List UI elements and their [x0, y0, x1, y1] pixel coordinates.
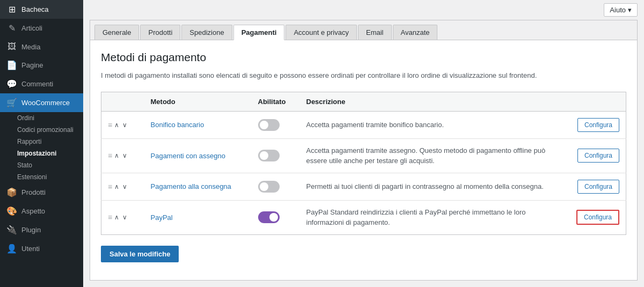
sidebar-item-aspetto[interactable]: 🎨 Aspetto — [0, 202, 83, 220]
tab-prodotti[interactable]: Prodotti — [140, 25, 180, 40]
configura-button-paypal[interactable]: Configura — [576, 210, 619, 225]
tab-spedizione[interactable]: Spedizione — [181, 25, 232, 40]
sidebar-item-pagine[interactable]: 📄 Pagine — [0, 56, 83, 75]
table-row: ≡ ∧ ∨ Pagamenti con assegno Accetta paga… — [101, 138, 626, 173]
desc-assegno: Accetta pagamenti tramite assegno. Quest… — [306, 146, 546, 165]
drag-handle[interactable]: ≡ — [108, 213, 112, 222]
chevron-down-icon: ▾ — [628, 6, 632, 14]
products-icon: 📦 — [6, 187, 17, 197]
sidebar-sub-rapporti[interactable]: Rapporti — [0, 136, 83, 148]
configura-button-consegna[interactable]: Configura — [577, 180, 619, 194]
page-description: I metodi di pagamento installati sono el… — [101, 70, 626, 81]
arrow-up-icon[interactable]: ∧ — [113, 152, 120, 159]
arrow-down-icon[interactable]: ∨ — [121, 152, 128, 159]
table-row: ≡ ∧ ∨ PayPal PayPal Standard reindirizzi… — [101, 200, 626, 234]
sidebar-item-woocommerce[interactable]: 🛒 WooCommerce — [0, 93, 83, 112]
configura-button-bonifico[interactable]: Configura — [577, 118, 619, 132]
toggle-assegno[interactable] — [258, 150, 280, 161]
arrow-down-icon[interactable]: ∨ — [121, 121, 128, 129]
save-button[interactable]: Salva le modifiche — [101, 246, 179, 262]
tab-account[interactable]: Account e privacy — [286, 25, 357, 40]
tab-email[interactable]: Email — [358, 25, 392, 40]
method-name-paypal[interactable]: PayPal — [151, 214, 173, 222]
pages-icon: 📄 — [6, 60, 17, 70]
sidebar-sub-impostazioni[interactable]: Impostazioni — [0, 148, 83, 159]
drag-handle[interactable]: ≡ — [108, 151, 112, 160]
col-desc-header: Descrizione — [300, 92, 570, 111]
table-row: ≡ ∧ ∨ Pagamento alla consegna Permetti a… — [101, 173, 626, 200]
drag-handle[interactable]: ≡ — [108, 121, 112, 129]
main-content: Aiuto ▾ Generale Prodotti Spedizione Pag… — [83, 0, 644, 287]
page-body: Metodi di pagamento I metodi di pagament… — [90, 40, 637, 273]
media-icon: 🖼 — [6, 42, 17, 51]
desc-consegna: Permetti ai tuoi clienti di pagarti in c… — [306, 182, 544, 190]
col-enabled-header: Abilitato — [252, 92, 300, 111]
drag-handle[interactable]: ≡ — [108, 182, 112, 191]
sidebar-sub-stato[interactable]: Stato — [0, 159, 83, 171]
sidebar: ⊞ Bacheca ✎ Articoli 🖼 Media 📄 Pagine 💬 … — [0, 0, 83, 287]
page-title: Metodi di pagamento — [101, 51, 626, 64]
settings-content: Generale Prodotti Spedizione Pagamenti A… — [90, 20, 638, 281]
sidebar-sub-estensioni[interactable]: Estensioni — [0, 171, 83, 183]
desc-paypal: PayPal Standard reindirizzia i clienti a… — [306, 208, 526, 227]
sidebar-item-plugin[interactable]: 🔌 Plugin — [0, 220, 83, 239]
method-name-consegna[interactable]: Pagamento alla consegna — [151, 182, 231, 190]
col-sort-header — [101, 92, 144, 111]
arrow-down-icon[interactable]: ∨ — [121, 214, 128, 221]
arrow-up-icon[interactable]: ∧ — [113, 121, 120, 129]
dashboard-icon: ⊞ — [6, 4, 17, 14]
articles-icon: ✎ — [6, 23, 17, 33]
toggle-bonifico[interactable] — [258, 119, 280, 131]
desc-bonifico: Accetta pagamenti tramite bonifico banca… — [306, 121, 444, 129]
plugin-icon: 🔌 — [6, 225, 17, 235]
sidebar-item-articoli[interactable]: ✎ Articoli — [0, 19, 83, 38]
arrow-up-icon[interactable]: ∧ — [113, 214, 120, 221]
woocommerce-icon: 🛒 — [6, 98, 17, 108]
sidebar-item-bacheca[interactable]: ⊞ Bacheca — [0, 0, 83, 19]
sidebar-sub-ordini[interactable]: Ordini — [0, 112, 83, 124]
col-action-header — [570, 92, 626, 111]
appearance-icon: 🎨 — [6, 206, 17, 216]
col-method-header: Metodo — [144, 92, 252, 111]
sidebar-item-prodotti[interactable]: 📦 Prodotti — [0, 183, 83, 202]
topbar: Aiuto ▾ — [83, 0, 644, 20]
sidebar-item-commenti[interactable]: 💬 Commenti — [0, 75, 83, 93]
configura-button-assegno[interactable]: Configura — [577, 149, 619, 163]
sidebar-item-media[interactable]: 🖼 Media — [0, 38, 83, 56]
tab-avanzate[interactable]: Avanzate — [393, 25, 438, 40]
method-name-assegno[interactable]: Pagamenti con assegno — [151, 152, 225, 160]
arrow-down-icon[interactable]: ∨ — [121, 183, 128, 190]
payment-methods-table: Metodo Abilitato Descrizione ≡ ∧ ∨ Bonif… — [101, 92, 626, 235]
settings-tabs: Generale Prodotti Spedizione Pagamenti A… — [90, 20, 637, 40]
table-row: ≡ ∧ ∨ Bonifico bancario Accetta pagament… — [101, 111, 626, 138]
users-icon: 👤 — [6, 244, 17, 254]
toggle-consegna[interactable] — [258, 181, 280, 193]
sidebar-item-utenti[interactable]: 👤 Utenti — [0, 239, 83, 258]
sidebar-sub-codici[interactable]: Codici promozionali — [0, 124, 83, 136]
toggle-paypal[interactable] — [258, 211, 280, 223]
help-button[interactable]: Aiuto ▾ — [604, 3, 638, 17]
arrow-up-icon[interactable]: ∧ — [113, 183, 120, 190]
tab-generale[interactable]: Generale — [94, 25, 139, 40]
table-header-row: Metodo Abilitato Descrizione — [101, 92, 626, 111]
comments-icon: 💬 — [6, 79, 17, 89]
method-name-bonifico[interactable]: Bonifico bancario — [151, 121, 204, 129]
tab-pagamenti[interactable]: Pagamenti — [233, 25, 285, 40]
